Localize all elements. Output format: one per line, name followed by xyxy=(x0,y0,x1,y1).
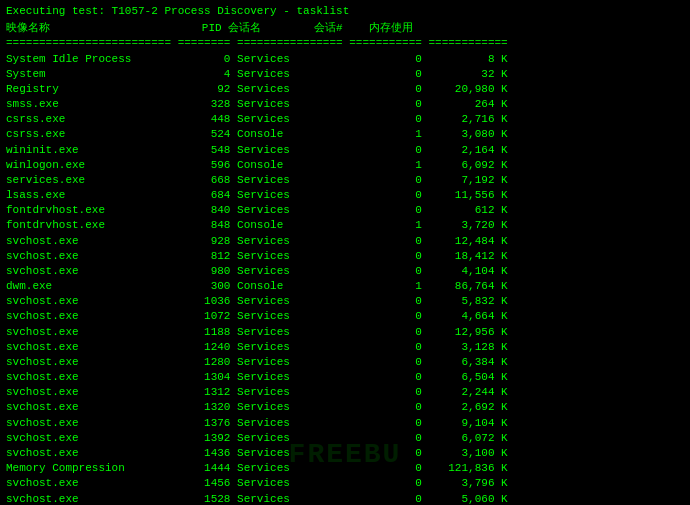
table-row: svchost.exe 1376 Services 0 9,104 K xyxy=(6,416,684,431)
table-row: svchost.exe 1436 Services 0 3,100 K xyxy=(6,446,684,461)
terminal: Executing test: T1057-2 Process Discover… xyxy=(0,0,690,505)
table-row: Registry 92 Services 0 20,980 K xyxy=(6,82,684,97)
column-header: 映像名称 PID 会话名 会话# 内存使用 xyxy=(6,21,684,36)
table-row: fontdrvhost.exe 848 Console 1 3,720 K xyxy=(6,218,684,233)
table-row: csrss.exe 524 Console 1 3,080 K xyxy=(6,127,684,142)
column-separator: ========================= ======== =====… xyxy=(6,36,684,51)
table-row: svchost.exe 1456 Services 0 3,796 K xyxy=(6,476,684,491)
table-row: svchost.exe 980 Services 0 4,104 K xyxy=(6,264,684,279)
table-row: fontdrvhost.exe 840 Services 0 612 K xyxy=(6,203,684,218)
table-row: winlogon.exe 596 Console 1 6,092 K xyxy=(6,158,684,173)
table-row: svchost.exe 1072 Services 0 4,664 K xyxy=(6,309,684,324)
table-row: svchost.exe 1304 Services 0 6,504 K xyxy=(6,370,684,385)
rows-container: System Idle Process 0 Services 0 8 KSyst… xyxy=(6,52,684,505)
table-row: svchost.exe 1188 Services 0 12,956 K xyxy=(6,325,684,340)
table-row: csrss.exe 448 Services 0 2,716 K xyxy=(6,112,684,127)
table-row: wininit.exe 548 Services 0 2,164 K xyxy=(6,143,684,158)
table-row: services.exe 668 Services 0 7,192 K xyxy=(6,173,684,188)
table-row: svchost.exe 928 Services 0 12,484 K xyxy=(6,234,684,249)
title-bar: Executing test: T1057-2 Process Discover… xyxy=(6,4,684,19)
table-row: dwm.exe 300 Console 1 86,764 K xyxy=(6,279,684,294)
table-row: svchost.exe 1312 Services 0 2,244 K xyxy=(6,385,684,400)
table-row: Memory Compression 1444 Services 0 121,8… xyxy=(6,461,684,476)
table-row: smss.exe 328 Services 0 264 K xyxy=(6,97,684,112)
table-row: svchost.exe 1036 Services 0 5,832 K xyxy=(6,294,684,309)
table-row: lsass.exe 684 Services 0 11,556 K xyxy=(6,188,684,203)
table-row: svchost.exe 1240 Services 0 3,128 K xyxy=(6,340,684,355)
table-row: svchost.exe 1528 Services 0 5,060 K xyxy=(6,492,684,506)
table-row: svchost.exe 812 Services 0 18,412 K xyxy=(6,249,684,264)
table-row: System Idle Process 0 Services 0 8 K xyxy=(6,52,684,67)
table-row: svchost.exe 1320 Services 0 2,692 K xyxy=(6,400,684,415)
table-row: svchost.exe 1392 Services 0 6,072 K xyxy=(6,431,684,446)
table-row: svchost.exe 1280 Services 0 6,384 K xyxy=(6,355,684,370)
table-row: System 4 Services 0 32 K xyxy=(6,67,684,82)
